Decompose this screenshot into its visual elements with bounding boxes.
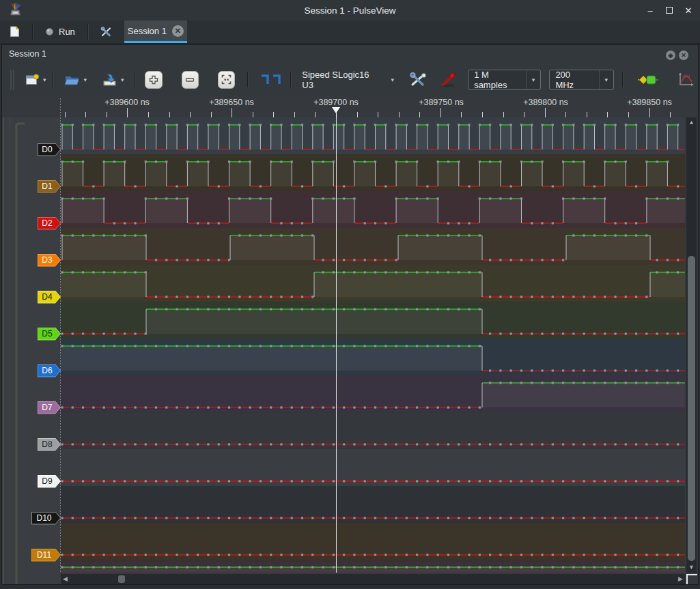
open-folder-icon [64, 74, 80, 86]
minor-tick [587, 112, 587, 117]
minor-tick [607, 112, 608, 117]
channel-tag-d4[interactable]: D4 [38, 291, 61, 304]
save-button[interactable]: ▾ [99, 70, 127, 89]
major-tick [545, 108, 546, 117]
decoder-icon [638, 74, 658, 85]
titlebar: Session 1 - PulseView – ✕ [0, 0, 700, 20]
scroll-left-icon[interactable]: ◀ [63, 576, 68, 582]
scroll-up-icon[interactable]: ▲ [688, 119, 695, 126]
trace-view[interactable]: +389600 ns+389650 ns+389700 ns+389750 ns… [2, 96, 698, 584]
zoom-in-button[interactable] [145, 71, 162, 89]
dropdown-arrow-icon: ▾ [599, 70, 608, 89]
dropdown-arrow-icon[interactable]: ▾ [121, 76, 124, 83]
toolbar-drag-handle[interactable] [10, 70, 14, 90]
scroll-corner [686, 574, 697, 584]
minor-tick [65, 112, 66, 117]
toolbar-separator [622, 72, 623, 87]
waveform-area[interactable] [61, 117, 685, 573]
minor-tick [211, 112, 212, 117]
probe-config-button[interactable] [436, 69, 461, 91]
toolbar-separator [290, 72, 291, 87]
zoom-out-button[interactable] [182, 71, 199, 89]
vertical-scroll-thumb[interactable] [688, 256, 695, 561]
ruler-label: +389650 ns [209, 98, 254, 107]
ruler-label: +389750 ns [419, 98, 464, 107]
major-tick [232, 108, 232, 117]
panel-header: Session 1 ◈ ✕ [2, 45, 698, 63]
dropdown-arrow-icon[interactable]: ▾ [43, 76, 46, 83]
time-ruler[interactable]: +389600 ns+389650 ns+389700 ns+389750 ns… [2, 96, 698, 117]
panel-float-button[interactable]: ◈ [666, 51, 675, 60]
tab-close-icon[interactable]: ✕ [172, 25, 184, 37]
panel-close-button[interactable]: ✕ [679, 51, 688, 60]
device-select[interactable]: Sipeed SLogic16 U3 ▾ [295, 70, 401, 90]
settings-wrench-icon [100, 27, 112, 38]
channel-tag-d5[interactable]: D5 [38, 328, 61, 341]
maximize-icon [666, 7, 673, 14]
channel-tag-label: D10 [32, 513, 60, 524]
minor-tick [670, 112, 671, 117]
trigger-button[interactable] [257, 71, 285, 88]
device-config-button[interactable] [406, 70, 430, 90]
channel-tag-d0[interactable]: D0 [38, 143, 61, 156]
channel-tag-d1[interactable]: D1 [38, 180, 61, 193]
margin-line [10, 117, 10, 584]
cursor-marker-icon[interactable] [332, 107, 340, 113]
channel-tag-d2[interactable]: D2 [38, 217, 61, 230]
svg-text:f(x): f(x) [683, 73, 690, 78]
minor-tick [628, 112, 629, 117]
toolbar-separator [134, 72, 135, 87]
dropdown-arrow-icon: ▾ [391, 76, 395, 83]
zoom-fit-icon [221, 74, 232, 85]
channel-tag-d11[interactable]: D11 [31, 549, 61, 562]
channel-tag-d8[interactable]: D8 [38, 438, 61, 451]
run-button[interactable]: Run [37, 20, 83, 43]
new-session-button[interactable] [0, 20, 28, 43]
settings-button[interactable] [92, 20, 120, 43]
add-decoder-button[interactable] [635, 72, 661, 88]
trigger-icon [260, 74, 282, 85]
channel-tag-d9[interactable]: D9 [38, 475, 61, 488]
session-toolbar: ▾ ▾ ▾ [2, 63, 698, 96]
zoom-out-icon [185, 75, 195, 85]
margin-line [3, 117, 4, 584]
minor-tick [378, 112, 378, 117]
minor-tick [148, 112, 149, 117]
close-button[interactable]: ✕ [682, 4, 695, 16]
waveform-svg[interactable] [61, 117, 685, 573]
zoom-fit-button[interactable] [218, 71, 235, 89]
open-button[interactable]: ▾ [61, 71, 89, 89]
horizontal-scrollbar[interactable]: ◀ ▶ [61, 574, 685, 584]
minor-tick [399, 112, 400, 117]
horizontal-scroll-thumb[interactable] [118, 575, 125, 583]
device-value: Sipeed SLogic16 U3 [302, 70, 380, 90]
vertical-scrollbar[interactable]: ▲ ▼ [686, 117, 697, 573]
add-math-signal-button[interactable]: f(x) [675, 69, 698, 91]
main-toolbar: Run Session 1 ✕ [0, 20, 700, 44]
panel-title: Session 1 [9, 49, 46, 59]
tab-session-1[interactable]: Session 1 ✕ [124, 20, 187, 43]
channel-tag-d6[interactable]: D6 [38, 364, 61, 377]
minor-tick [461, 112, 462, 117]
dropdown-arrow-icon[interactable]: ▾ [83, 76, 87, 83]
maximize-button[interactable] [663, 4, 675, 16]
channel-tag-d7[interactable]: D7 [38, 401, 61, 414]
toolbar-separator [53, 72, 53, 87]
channel-tag-d3[interactable]: D3 [38, 254, 61, 267]
sample-rate-select[interactable]: 200 MHz ▾ [549, 70, 614, 90]
major-tick [649, 108, 650, 117]
device-config-icon [409, 72, 427, 87]
scroll-down-icon[interactable]: ▼ [688, 564, 695, 571]
cursor-line[interactable] [336, 113, 337, 573]
new-session-icon [10, 26, 20, 38]
channel-tag-d10[interactable]: D10 [31, 512, 61, 525]
zoom-in-icon [149, 75, 158, 85]
pulseview-window: Session 1 - PulseView – ✕ Run [0, 0, 700, 589]
sample-count-value: 1 M samples [474, 70, 516, 90]
probe-icon [439, 72, 458, 88]
sample-count-select[interactable]: 1 M samples ▾ [468, 70, 541, 90]
new-file-button[interactable]: ▾ [23, 71, 49, 89]
ruler-label: +389600 ns [104, 98, 150, 107]
scroll-right-icon[interactable]: ▶ [678, 576, 683, 582]
minimize-button[interactable]: – [644, 4, 656, 16]
